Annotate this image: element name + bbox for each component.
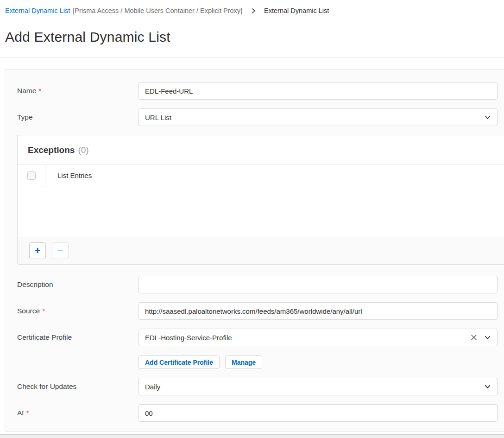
add-exception-button[interactable]: + <box>29 242 46 259</box>
exceptions-toolbar: + − <box>18 237 504 264</box>
certificate-profile-label: Certificate Profile <box>5 329 139 346</box>
exceptions-title: Exceptions <box>28 145 75 155</box>
check-for-updates-label: Check for Updates <box>5 378 139 395</box>
breadcrumb-context: [Prisma Access / Mobile Users Container … <box>73 7 242 14</box>
certificate-profile-select-value: EDL-Hosting-Service-Profile <box>145 334 232 342</box>
required-marker: * <box>38 87 41 95</box>
at-label-text: At <box>17 409 24 417</box>
description-label-text: Description <box>17 280 53 288</box>
at-label: At* <box>5 404 139 422</box>
form-row-check-for-updates: Check for Updates Daily <box>5 378 504 395</box>
type-label: Type <box>5 108 139 126</box>
required-marker: * <box>26 409 29 417</box>
form-row-certificate-profile: Certificate Profile EDL-Hosting-Service-… <box>5 329 504 369</box>
description-input[interactable] <box>139 276 498 293</box>
chevron-down-icon <box>484 114 491 121</box>
name-input[interactable] <box>139 82 498 100</box>
minus-icon: − <box>57 246 63 256</box>
exceptions-checkbox-cell <box>18 165 45 186</box>
certificate-profile-control: EDL-Hosting-Service-Profile Add Certific… <box>139 329 498 369</box>
exceptions-table-body <box>18 186 504 237</box>
check-for-updates-control: Daily <box>139 378 498 395</box>
add-edl-page: External Dynamic List [Prisma Access / M… <box>0 0 504 438</box>
remove-exception-button[interactable]: − <box>52 242 69 259</box>
form-row-source: Source* <box>5 302 504 320</box>
exceptions-count: (0) <box>78 145 88 155</box>
name-control <box>139 82 498 100</box>
certificate-profile-select[interactable]: EDL-Hosting-Service-Profile <box>139 329 498 346</box>
description-label: Description <box>5 276 139 293</box>
description-control <box>139 276 498 293</box>
chevron-right-icon <box>251 8 257 14</box>
source-input[interactable] <box>139 302 498 320</box>
check-for-updates-select-value: Daily <box>145 383 160 391</box>
exceptions-panel: Exceptions (0) List Entries + − <box>17 135 504 265</box>
plus-icon: + <box>35 246 41 256</box>
source-control <box>139 302 498 320</box>
form-row-name: Name* <box>5 82 504 100</box>
manage-certificate-profile-button[interactable]: Manage <box>225 355 262 369</box>
clear-icon[interactable] <box>470 334 478 341</box>
select-all-checkbox[interactable] <box>27 171 36 180</box>
edl-form-panel: Name* Type URL List Exce <box>5 70 504 432</box>
name-label-text: Name <box>17 87 36 95</box>
certificate-profile-actions: Add Certificate Profile Manage <box>139 355 498 369</box>
form-row-type: Type URL List <box>5 108 504 126</box>
type-control: URL List <box>139 108 498 126</box>
name-label: Name* <box>5 82 139 100</box>
type-label-text: Type <box>17 113 33 121</box>
chevron-down-icon <box>484 383 491 390</box>
source-label: Source* <box>5 302 139 320</box>
header-divider <box>0 57 504 57</box>
list-entries-column-header: List Entries <box>45 165 92 186</box>
chevron-down-icon <box>484 334 491 341</box>
page-title: Add External Dynamic List <box>5 29 504 45</box>
required-marker: * <box>42 307 45 315</box>
breadcrumb: External Dynamic List [Prisma Access / M… <box>0 0 504 14</box>
exceptions-table-header: List Entries <box>18 165 504 186</box>
form-row-at: At* <box>5 404 504 422</box>
at-control <box>139 404 498 422</box>
form-row-description: Description <box>5 276 504 293</box>
check-for-updates-select[interactable]: Daily <box>139 378 498 395</box>
type-select-value: URL List <box>145 114 171 121</box>
type-select[interactable]: URL List <box>139 108 498 126</box>
add-certificate-profile-button[interactable]: Add Certificate Profile <box>139 355 220 369</box>
exceptions-header: Exceptions (0) <box>18 135 504 165</box>
source-label-text: Source <box>17 307 40 315</box>
check-for-updates-label-text: Check for Updates <box>17 382 76 390</box>
breadcrumb-link-external-dynamic-list[interactable]: External Dynamic List <box>5 7 70 14</box>
at-input[interactable] <box>139 404 498 422</box>
breadcrumb-current: External Dynamic List <box>264 7 329 14</box>
certificate-profile-label-text: Certificate Profile <box>17 333 72 341</box>
footer-bar <box>0 434 504 438</box>
